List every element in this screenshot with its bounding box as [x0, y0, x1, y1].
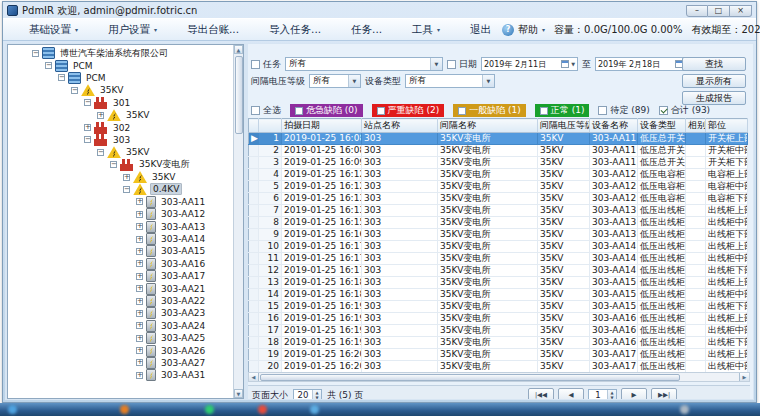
defect-filter-badge[interactable]: 危急缺陷 (0)	[290, 104, 363, 117]
date-from-input[interactable]: 2019年 2月11日 ▼	[481, 57, 578, 71]
select-all-checkbox[interactable]: 全选	[251, 104, 281, 117]
tree-node[interactable]: PCM	[58, 72, 233, 84]
column-header[interactable]: 部位	[706, 119, 748, 133]
table-row[interactable]: 20 2019-01-25 16:20:34 303 35KV变电所 35KV …	[249, 361, 748, 373]
table-row[interactable]: 12 2019-01-25 16:17:58 303 35KV变电所 35KV …	[249, 265, 748, 277]
table-row[interactable]: ▶ 1 2019-01-25 16:08:28 303 35KV变电所 35KV…	[249, 133, 748, 145]
tree-expander-icon[interactable]	[136, 198, 143, 205]
scrollbar-thumb[interactable]	[260, 374, 680, 381]
tree-expander-icon[interactable]	[71, 87, 78, 94]
task-filter-checkbox[interactable]: 任务	[251, 58, 281, 71]
tree-expander-icon[interactable]	[110, 161, 117, 168]
search-button[interactable]: 查找	[682, 57, 746, 71]
table-row[interactable]: 8 2019-01-25 16:15:59 303 35KV变电所 35KV 3…	[249, 217, 748, 229]
toolbar-button[interactable]: 任务...	[333, 23, 382, 37]
tree-node[interactable]: 0.4KV	[123, 183, 233, 195]
tree-node[interactable]: 303-AA26	[136, 344, 233, 356]
column-header[interactable]: 拍摄日期	[282, 119, 362, 133]
minimize-button[interactable]: –	[686, 5, 708, 17]
spinner-icon[interactable]: ▲▼	[607, 390, 616, 400]
date-filter-checkbox[interactable]: 日期	[447, 58, 477, 71]
column-header[interactable]: 相别	[686, 119, 706, 133]
show-all-button[interactable]: 显示所有	[682, 74, 746, 88]
total-checkbox[interactable]: 合计 (93)	[659, 104, 710, 117]
tree-expander-icon[interactable]	[84, 136, 91, 143]
grid-horizontal-scrollbar[interactable]: ◀ ▶	[248, 372, 750, 382]
table-row[interactable]: 15 2019-01-25 16:19:12 303 35KV变电所 35KV …	[249, 301, 748, 313]
help-button[interactable]: ? 帮助 ▾	[502, 23, 545, 37]
scrollbar-track[interactable]	[681, 373, 739, 381]
tree-node[interactable]: 303-AA27	[136, 357, 233, 369]
table-row[interactable]: 9 2019-01-25 16:16:25 303 35KV变电所 35KV 3…	[249, 229, 748, 241]
column-header[interactable]: 站点名称	[362, 119, 438, 133]
page-size-input[interactable]: 20 ▲▼	[293, 389, 322, 400]
scroll-down-icon[interactable]: ▼	[234, 389, 243, 398]
tree-node[interactable]: 303-AA31	[136, 369, 233, 381]
column-header[interactable]: 间隔名称	[438, 119, 538, 133]
column-header[interactable]: 设备类型	[638, 119, 686, 133]
column-header[interactable]: 设备名称	[590, 119, 638, 133]
tree-expander-icon[interactable]	[136, 335, 143, 342]
taskbar-app-icon[interactable]	[310, 405, 319, 414]
taskbar-app-icon[interactable]	[8, 405, 17, 414]
devtype-select[interactable]: 所有 ▼	[405, 74, 495, 88]
windows-taskbar[interactable]	[0, 403, 760, 416]
tree-expander-icon[interactable]	[123, 186, 130, 193]
defect-filter-badge[interactable]: 严重缺陷 (2)	[372, 104, 445, 117]
tree-expander-icon[interactable]	[123, 174, 130, 181]
scroll-right-icon[interactable]: ▶	[739, 373, 749, 381]
task-select[interactable]: 所有 ▼	[285, 57, 443, 71]
tree-node[interactable]: 303-AA16	[136, 258, 233, 270]
taskbar-app-icon[interactable]	[680, 405, 689, 414]
tree-expander-icon[interactable]	[136, 372, 143, 379]
toolbar-button[interactable]: 用户设置 ▾	[90, 23, 157, 37]
spinner-icon[interactable]: ▲▼	[312, 390, 321, 400]
tree-node[interactable]: 303-AA21	[136, 282, 233, 294]
toolbar-button[interactable]: 退出	[452, 23, 491, 37]
next-page-button[interactable]: ▶	[621, 388, 647, 400]
tree-node[interactable]: 35KV	[123, 171, 233, 183]
tree-expander-icon[interactable]	[32, 50, 39, 57]
tree-node[interactable]: 301	[84, 97, 233, 109]
table-row[interactable]: 6 2019-01-25 16:13:00 303 35KV变电所 35KV 3…	[249, 193, 748, 205]
tree-node[interactable]: 303-AA17	[136, 270, 233, 282]
tree-expander-icon[interactable]	[97, 149, 104, 156]
tree-expander-icon[interactable]	[45, 62, 52, 69]
table-row[interactable]: 13 2019-01-25 16:18:34 303 35KV变电所 35KV …	[249, 277, 748, 289]
table-row[interactable]: 14 2019-01-25 16:18:58 303 35KV变电所 35KV …	[249, 289, 748, 301]
tree-node[interactable]: 302	[84, 121, 233, 133]
tree-expander-icon[interactable]	[136, 248, 143, 255]
taskbar-app-icon[interactable]	[258, 405, 267, 414]
tree-expander-icon[interactable]	[136, 322, 143, 329]
last-page-button[interactable]: ▶▶|	[651, 388, 677, 400]
tree-expander-icon[interactable]	[84, 124, 91, 131]
tree-expander-icon[interactable]	[136, 359, 143, 366]
defect-filter-badge[interactable]: 正常 (1)	[535, 104, 590, 117]
tree-expander-icon[interactable]	[136, 298, 143, 305]
tree-expander-icon[interactable]	[136, 310, 143, 317]
tree-scrollbar[interactable]: ▲ ▼	[233, 45, 243, 398]
date-to-input[interactable]: 2019年 2月18日 ▼	[595, 57, 692, 71]
table-row[interactable]: 5 2019-01-25 16:12:47 303 35KV变电所 35KV 3…	[249, 181, 748, 193]
tree-node[interactable]: 303-AA13	[136, 220, 233, 232]
tree-node[interactable]: 303-AA12	[136, 208, 233, 220]
table-row[interactable]: 11 2019-01-25 16:17:44 303 35KV变电所 35KV …	[249, 253, 748, 265]
tree-node[interactable]: 35KV	[71, 84, 233, 96]
tree-node[interactable]: 35KV	[97, 146, 233, 158]
tree-expander-icon[interactable]	[136, 273, 143, 280]
table-row[interactable]: 7 2019-01-25 16:13:54 303 35KV变电所 35KV 3…	[249, 205, 748, 217]
tree-node[interactable]: PCM	[45, 59, 233, 71]
pending-checkbox[interactable]: 待定 (89)	[598, 104, 649, 117]
tree-expander-icon[interactable]	[97, 112, 104, 119]
tree-expander-icon[interactable]	[136, 223, 143, 230]
tree-expander-icon[interactable]	[136, 260, 143, 267]
tree-node[interactable]: 303-AA11	[136, 196, 233, 208]
voltage-select[interactable]: 所有 ▼	[309, 74, 361, 88]
maximize-button[interactable]: □	[708, 5, 730, 17]
table-row[interactable]: 4 2019-01-25 16:12:32 303 35KV变电所 35KV 3…	[249, 169, 748, 181]
tree-node[interactable]: 303-AA24	[136, 320, 233, 332]
tree-node[interactable]: 303-AA14	[136, 233, 233, 245]
tree-expander-icon[interactable]	[136, 285, 143, 292]
tree-node[interactable]: 303-AA22	[136, 295, 233, 307]
defect-filter-badge[interactable]: 一般缺陷 (1)	[453, 104, 526, 117]
